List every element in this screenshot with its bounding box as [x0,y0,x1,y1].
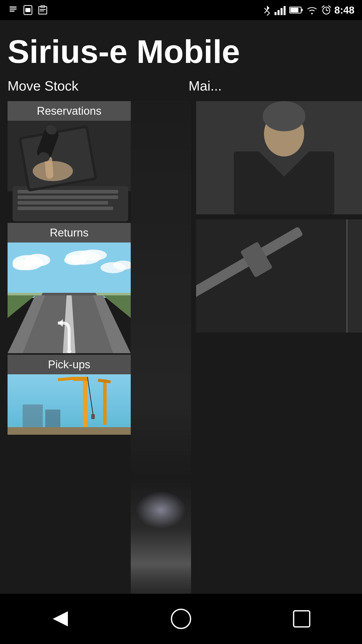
svg-rect-25 [18,195,118,199]
returns-image [8,243,131,353]
svg-rect-9 [275,12,277,15]
signal-icon [274,5,287,16]
reservations-image [8,121,131,221]
svg-rect-11 [281,8,283,15]
svg-rect-56 [73,377,87,381]
svg-point-41 [64,255,87,265]
svg-rect-64 [45,410,60,427]
bottom-nav [0,594,362,644]
svg-point-38 [13,260,33,270]
back-icon [50,609,70,629]
returns-label: Returns [8,223,131,243]
recent-apps-icon [292,609,312,629]
tool-svg [196,219,362,333]
svg-rect-55 [83,377,87,427]
svg-rect-26 [18,201,108,205]
content-area: Sirius-e Mobile Move Stock Mai... Reserv… [0,20,362,594]
alarm-icon [321,5,332,16]
svg-rect-0 [10,7,17,8]
svg-rect-7 [40,9,46,10]
svg-rect-60 [103,379,107,425]
pickups-image [8,374,131,435]
svg-rect-4 [25,8,30,12]
svg-rect-75 [196,219,362,333]
bluetooth-icon [262,5,272,16]
reservations-svg [8,121,131,221]
right-card-person[interactable] [196,101,362,214]
svg-rect-2 [10,11,15,12]
wifi-icon [306,5,318,16]
app-wrapper: 8:48 Sirius-e Mobile Move Stock Mai... R… [0,0,362,644]
home-icon [170,608,192,630]
reservations-label: Reservations [8,101,131,121]
right-col-header: Mai... [189,78,354,94]
status-bar-left [8,5,48,16]
status-bar-right: 8:48 [262,5,354,16]
svg-rect-80 [294,611,310,627]
status-time: 8:48 [334,5,354,16]
notification-icon [8,5,19,16]
glow-effect [136,491,186,529]
svg-rect-1 [10,9,17,10]
svg-rect-76 [347,219,362,333]
svg-line-19 [322,6,324,8]
svg-rect-15 [290,8,298,12]
svg-line-20 [328,6,331,8]
svg-rect-14 [301,9,303,11]
nav-recent-button[interactable] [282,604,322,634]
right-column [196,101,362,333]
left-col-header: Move Stock [8,78,131,94]
sim-icon [22,5,33,16]
col-spacer [131,78,189,94]
svg-rect-10 [278,10,280,15]
status-bar: 8:48 [0,0,362,20]
svg-rect-27 [18,207,113,210]
nav-back-button[interactable] [40,604,80,634]
clipboard-icon [37,5,48,16]
right-card-tool[interactable] [196,219,362,333]
pickups-svg [8,374,131,435]
left-column: Reservations [8,101,131,435]
person-svg [196,101,362,214]
reservations-card[interactable]: Reservations [8,101,131,221]
svg-rect-8 [40,11,44,11]
svg-rect-12 [284,6,286,15]
svg-marker-78 [53,611,68,626]
svg-rect-59 [91,414,95,419]
svg-point-79 [171,609,191,628]
pickups-card[interactable]: Pick-ups [8,355,131,435]
svg-rect-63 [23,405,43,427]
svg-rect-62 [8,427,131,435]
app-title-section: Sirius-e Mobile [0,20,362,73]
column-headers: Move Stock Mai... [0,73,362,101]
returns-svg [8,243,131,353]
center-divider [131,101,191,604]
pickups-label: Pick-ups [8,355,131,374]
battery-icon [289,5,303,16]
nav-home-button[interactable] [161,604,201,634]
app-title: Sirius-e Mobile [8,33,354,70]
returns-card[interactable]: Returns [8,223,131,353]
svg-rect-71 [196,101,362,214]
